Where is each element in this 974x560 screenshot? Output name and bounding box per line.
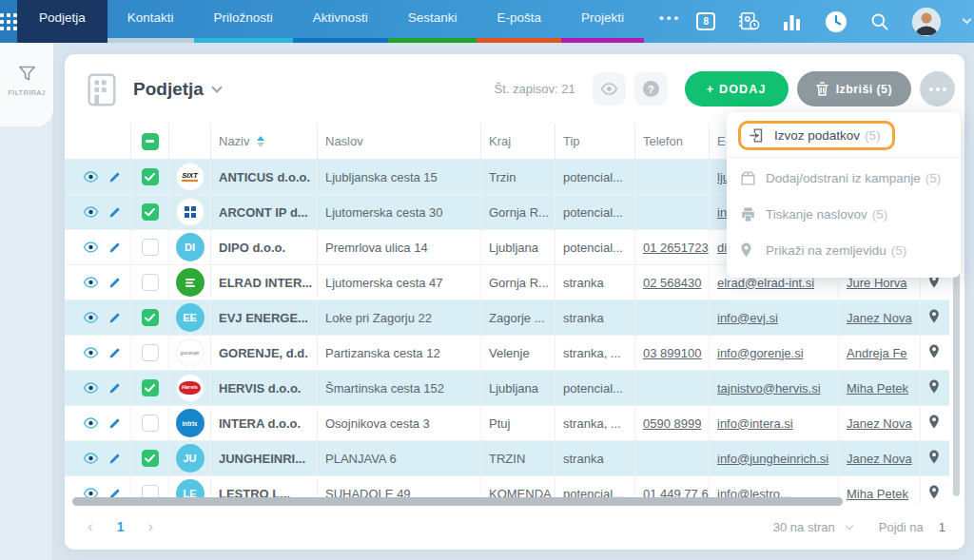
per-page-chevron-icon[interactable]: [846, 521, 853, 529]
sort-icon[interactable]: [257, 136, 264, 147]
header-actions-cell: [76, 124, 131, 159]
more-actions-button[interactable]: [920, 71, 955, 106]
view-icon[interactable]: [83, 347, 99, 358]
title-chevron-icon[interactable]: [211, 82, 222, 92]
calendar-icon[interactable]: 8: [696, 12, 715, 30]
goto-page-input[interactable]: 1: [939, 520, 945, 534]
column-header-naziv[interactable]: Naziv: [211, 124, 318, 159]
company-contact[interactable]: Janez Nova: [847, 452, 912, 466]
clock-icon[interactable]: [825, 10, 847, 33]
table-row[interactable]: intrixINTERA d.o.o.Osojnikova cesta 3Ptu…: [65, 406, 949, 441]
company-email[interactable]: tajnistvo@hervis.si: [717, 381, 821, 396]
company-address: Ljutomerska cesta 30: [325, 205, 443, 220]
map-pin-icon[interactable]: [928, 309, 940, 326]
nav-tab-e-po-ta[interactable]: E-pošta: [477, 0, 561, 43]
user-avatar[interactable]: [912, 8, 941, 36]
table-row[interactable]: EEEVJ ENERGE...Loke pri Zagorju 22Zagorj…: [65, 300, 949, 336]
edit-icon[interactable]: [108, 171, 121, 183]
per-page-select[interactable]: 30 na stran: [773, 520, 835, 534]
row-checkbox[interactable]: [142, 344, 159, 361]
edit-icon[interactable]: [108, 453, 121, 465]
company-email[interactable]: info@gorenje.si: [717, 346, 804, 360]
row-checkbox[interactable]: [142, 450, 159, 467]
view-icon[interactable]: [83, 241, 99, 253]
table-row[interactable]: HervisHERVIS d.o.o.Šmartinska cesta 152L…: [65, 371, 949, 406]
nav-tab-sestanki[interactable]: Sestanki: [388, 0, 477, 43]
horizontal-scrollbar[interactable]: [72, 497, 843, 506]
menu-item-dodaj-odstrani-iz-kampanje[interactable]: Dodaj/odstrani iz kampanje(5): [727, 160, 961, 196]
view-icon[interactable]: [83, 417, 99, 429]
map-pin-icon[interactable]: [928, 485, 940, 502]
menu-item-prika-i-na-zemljevidu[interactable]: Prikaži na zemljevidu(5): [727, 232, 961, 268]
map-pin-icon[interactable]: [928, 415, 940, 432]
edit-icon[interactable]: [108, 206, 121, 219]
delete-button[interactable]: Izbriši (5): [797, 71, 911, 106]
view-icon[interactable]: [83, 312, 99, 323]
prev-page-button[interactable]: ‹: [88, 517, 93, 536]
company-contact[interactable]: Miha Petek: [847, 487, 908, 501]
select-all-checkbox[interactable]: [142, 133, 159, 150]
row-checkbox[interactable]: [142, 274, 159, 291]
menu-item-tiskanje-naslovov[interactable]: Tiskanje naslovov(5): [727, 196, 961, 232]
view-icon[interactable]: [83, 206, 99, 218]
chevron-down-icon[interactable]: [963, 15, 972, 25]
row-checkbox[interactable]: [142, 239, 159, 256]
company-phone[interactable]: 0590 8999: [643, 416, 701, 431]
company-contact[interactable]: Janez Nova: [847, 416, 912, 431]
company-email[interactable]: info@intera.si: [717, 416, 793, 431]
apps-grid-button[interactable]: [0, 0, 17, 43]
row-checkbox[interactable]: [142, 379, 159, 396]
column-header-naslov[interactable]: Naslov: [318, 124, 481, 159]
row-checkbox[interactable]: [142, 309, 159, 326]
company-phone[interactable]: 01 2651723: [643, 241, 709, 255]
stats-icon[interactable]: [783, 12, 802, 31]
menu-item-izvoz-podatkov[interactable]: Izvoz podatkov(5): [727, 121, 961, 158]
nav-tab-prilo-nosti[interactable]: Priložnosti: [194, 0, 293, 43]
nav-tab-aktivnosti[interactable]: Aktivnosti: [293, 0, 388, 43]
table-row[interactable]: JUJUNGHEINRI...PLANJAVA 6TRZINstrankainf…: [65, 441, 949, 476]
nav-tab-label: Kontakti: [127, 10, 174, 25]
edit-icon[interactable]: [108, 277, 121, 289]
nav-tab-kontakti[interactable]: Kontakti: [107, 0, 194, 43]
row-checkbox[interactable]: [142, 203, 159, 221]
current-page[interactable]: 1: [117, 519, 125, 534]
edit-icon[interactable]: [108, 417, 121, 430]
map-pin-icon[interactable]: [928, 450, 940, 467]
company-contact[interactable]: Janez Nova: [847, 311, 912, 325]
company-email[interactable]: info@jungheinrich.si: [717, 452, 828, 466]
company-contact[interactable]: Andreja Fe: [847, 346, 907, 360]
view-icon[interactable]: [83, 453, 99, 464]
contacts-icon[interactable]: [738, 11, 760, 31]
add-button[interactable]: + DODAJ: [685, 71, 789, 106]
company-phone[interactable]: 02 568430: [643, 276, 701, 290]
table-row[interactable]: gorenjeGORENJE, d.d.Partizanska cesta 12…: [65, 336, 949, 371]
map-pin-icon[interactable]: [928, 379, 940, 396]
nav-tab-more[interactable]: •••: [644, 0, 696, 43]
view-icon[interactable]: [83, 171, 99, 183]
company-name: ARCONT IP d...: [219, 205, 308, 220]
edit-icon[interactable]: [108, 347, 121, 359]
help-button[interactable]: ?: [634, 72, 668, 106]
visibility-button[interactable]: [593, 72, 626, 106]
company-name: JUNGHEINRI...: [219, 452, 305, 466]
filter-button[interactable]: FILTRIRAJ: [0, 43, 53, 126]
column-header-kraj[interactable]: Kraj: [481, 124, 555, 159]
view-icon[interactable]: [83, 277, 99, 288]
nav-tab-projekti[interactable]: Projekti: [561, 0, 644, 43]
row-checkbox[interactable]: [142, 168, 159, 185]
company-contact[interactable]: Miha Petek: [847, 381, 908, 396]
column-header-tip[interactable]: Tip: [555, 124, 635, 159]
nav-tab-podjetja[interactable]: Podjetja: [17, 0, 107, 43]
company-email[interactable]: info@evj.si: [717, 311, 778, 325]
company-phone[interactable]: 03 899100: [643, 346, 701, 360]
edit-icon[interactable]: [108, 312, 121, 324]
row-checkbox[interactable]: [142, 415, 159, 432]
edit-icon[interactable]: [108, 382, 121, 395]
column-header-telefon[interactable]: Telefon: [635, 124, 710, 159]
next-page-button[interactable]: ›: [147, 517, 153, 536]
view-icon[interactable]: [83, 382, 99, 394]
company-phone-cell: [635, 441, 710, 475]
map-pin-icon[interactable]: [928, 344, 940, 361]
edit-icon[interactable]: [108, 241, 121, 254]
search-icon[interactable]: [870, 12, 889, 31]
